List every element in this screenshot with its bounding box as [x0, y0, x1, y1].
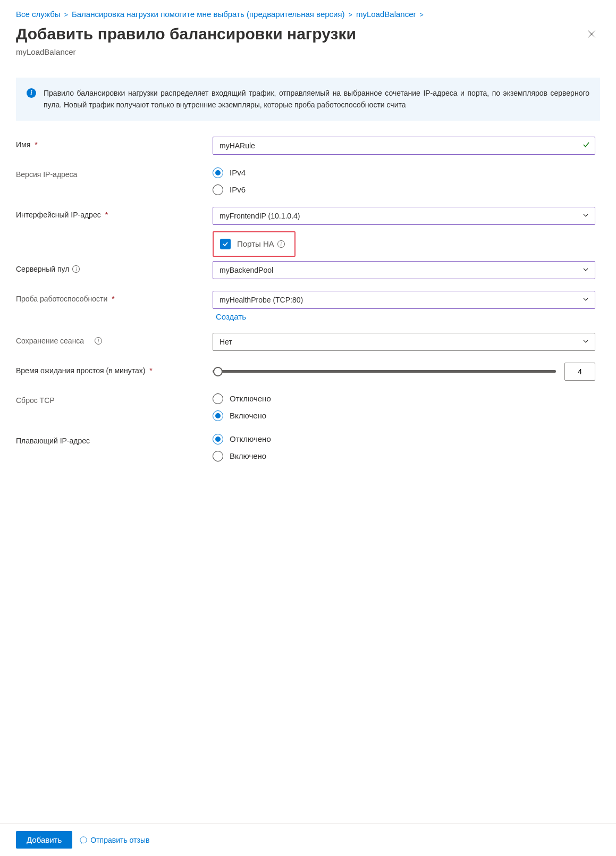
radio-floating-ip-enabled[interactable]: Включено	[213, 451, 595, 461]
check-valid-icon	[583, 141, 590, 150]
radio-ipv4[interactable]: IPv4	[213, 167, 595, 178]
radio-tcp-reset-enabled[interactable]: Включено	[213, 410, 595, 421]
radio-tcp-reset-enabled-label: Включено	[230, 411, 266, 420]
floating-ip-label: Плавающий IP-адрес	[16, 433, 213, 445]
radio-tcp-reset-disabled-label: Отключено	[230, 394, 271, 403]
health-probe-label: Проба работоспособности *	[16, 291, 213, 303]
feedback-link-label: Отправить отзыв	[90, 836, 149, 844]
session-persistence-select[interactable]: Нет	[213, 333, 595, 351]
radio-ipv4-label: IPv4	[230, 168, 246, 177]
slider-thumb[interactable]	[213, 367, 223, 376]
page-title: Добавить правило балансировки нагрузки	[16, 25, 356, 43]
idle-timeout-label: Время ожидания простоя (в минутах) *	[16, 363, 213, 375]
health-probe-value: myHealthProbe (TCP:80)	[220, 296, 303, 304]
radio-floating-ip-enabled-label: Включено	[230, 451, 266, 460]
checkbox-checked-icon	[220, 239, 231, 249]
footer: Добавить Отправить отзыв	[0, 823, 616, 856]
breadcrumb-all-services[interactable]: Все службы	[16, 10, 61, 19]
session-persistence-label: Сохранение сеанса i	[16, 333, 213, 345]
frontend-ip-select[interactable]: myFrontendIP (10.1.0.4)	[213, 207, 595, 225]
form: Имя* Версия IP-адреса IPv4 IPv6	[0, 137, 616, 461]
radio-tcp-reset-disabled[interactable]: Отключено	[213, 393, 595, 404]
backend-pool-label: Серверный пул i	[16, 261, 213, 273]
idle-timeout-slider[interactable]	[213, 370, 556, 373]
ha-ports-checkbox[interactable]: Порты HA i	[213, 231, 296, 257]
create-probe-link[interactable]: Создать	[213, 312, 246, 321]
backend-pool-value: myBackendPool	[220, 266, 273, 274]
info-icon: i	[27, 88, 36, 98]
feedback-link[interactable]: Отправить отзыв	[80, 836, 149, 844]
radio-ipv6-label: IPv6	[230, 185, 246, 194]
name-label: Имя*	[16, 137, 213, 149]
add-button[interactable]: Добавить	[16, 831, 72, 849]
close-button[interactable]	[583, 25, 600, 44]
ip-version-radio-group: IPv4 IPv6	[213, 166, 595, 195]
close-icon	[587, 30, 596, 38]
tcp-reset-label: Сброс TCP	[16, 392, 213, 405]
info-circle-icon: i	[95, 337, 102, 345]
breadcrumbs: Все службы > Балансировка нагрузки помог…	[0, 0, 616, 23]
backend-pool-select[interactable]: myBackendPool	[213, 261, 595, 279]
page-subtitle: myLoadBalancer	[0, 44, 616, 78]
name-input[interactable]	[213, 137, 595, 155]
radio-ipv6[interactable]: IPv6	[213, 184, 595, 195]
idle-timeout-value-input[interactable]	[564, 363, 595, 381]
session-persistence-value: Нет	[220, 338, 232, 346]
breadcrumb-sep: >	[420, 11, 424, 19]
info-banner-text: Правило балансировки нагрузки распределя…	[44, 87, 589, 111]
breadcrumb-load-balancing[interactable]: Балансировка нагрузки помогите мне выбра…	[72, 10, 345, 19]
breadcrumb-myloadbalancer[interactable]: myLoadBalancer	[356, 10, 416, 19]
frontend-ip-label: Интерфейсный IP-адрес*	[16, 207, 213, 219]
radio-floating-ip-disabled-label: Отключено	[230, 434, 271, 443]
ha-ports-label: Порты HA i	[237, 239, 285, 248]
ip-version-label: Версия IP-адреса	[16, 166, 213, 179]
frontend-ip-value: myFrontendIP (10.1.0.4)	[220, 212, 300, 220]
feedback-icon	[80, 836, 87, 844]
health-probe-select[interactable]: myHealthProbe (TCP:80)	[213, 291, 595, 309]
radio-floating-ip-disabled[interactable]: Отключено	[213, 434, 595, 444]
info-banner: i Правило балансировки нагрузки распреде…	[16, 78, 600, 121]
info-circle-icon: i	[72, 265, 80, 273]
breadcrumb-sep: >	[64, 11, 68, 19]
info-circle-icon: i	[277, 240, 285, 248]
breadcrumb-sep: >	[349, 11, 352, 19]
